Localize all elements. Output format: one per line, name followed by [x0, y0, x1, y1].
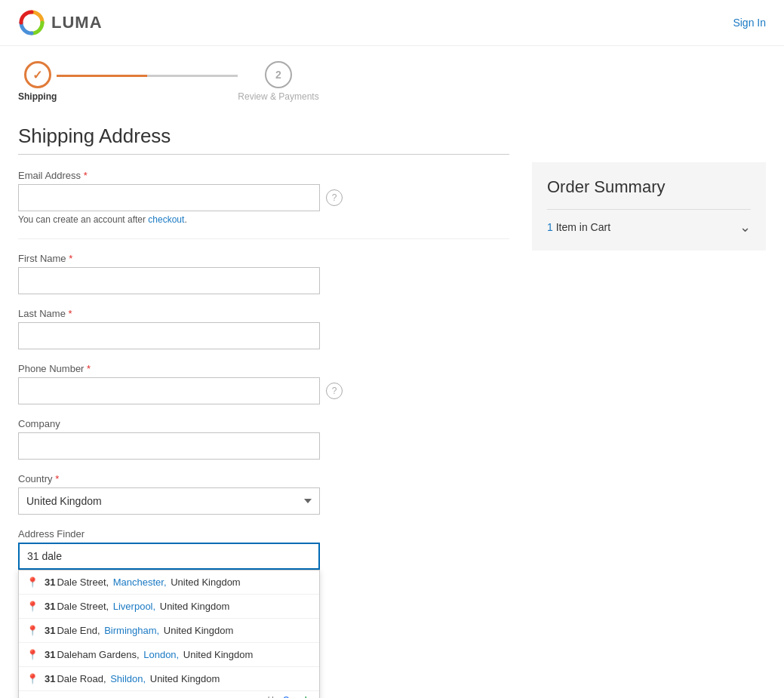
pin-icon-1: 📍	[26, 601, 38, 612]
autocomplete-item-4-text: Dale Road, Shildon, United Kingdom	[57, 673, 220, 684]
phone-group: Phone Number * ?	[18, 363, 509, 404]
progress-connector-empty	[147, 75, 238, 77]
autocomplete-item-0[interactable]: 📍 31 Dale Street, Manchester, United Kin…	[19, 570, 319, 595]
checkmark-icon: ✓	[32, 68, 42, 82]
step-1: ✓ Shipping	[18, 61, 57, 102]
left-panel: Shipping Address Email Address * ? You c…	[18, 109, 509, 698]
step-1-label: Shipping	[18, 91, 57, 102]
address-finder-label: Address Finder	[18, 528, 509, 540]
cart-count: 1	[547, 221, 553, 233]
pin-icon-4: 📍	[26, 673, 38, 684]
step-2: 2 Review & Payments	[238, 61, 318, 102]
company-label: Company	[18, 418, 509, 429]
first-name-required-star: *	[69, 253, 72, 264]
first-name-label: First Name *	[18, 253, 509, 264]
autocomplete-item-0-number: 31	[45, 577, 55, 588]
step-2-circle: 2	[265, 61, 292, 88]
logo: LUMA	[18, 9, 103, 36]
email-label: Email Address *	[18, 170, 509, 181]
title-divider	[18, 154, 509, 155]
shipping-form: Email Address * ? You can create an acco…	[18, 170, 509, 698]
progress-connector-filled	[57, 75, 147, 77]
country-required-star: *	[55, 473, 59, 484]
last-name-input[interactable]	[18, 322, 320, 349]
order-summary-title: Order Summary	[547, 177, 751, 197]
phone-required-star: *	[87, 363, 91, 374]
phone-label: Phone Number *	[18, 363, 509, 374]
pin-icon-2: 📍	[26, 625, 38, 636]
cart-summary-text: 1 Item in Cart	[547, 221, 610, 233]
autocomplete-dropdown: 📍 31 Dale Street, Manchester, United Kin…	[18, 570, 320, 698]
powered-by-text: powered by	[238, 695, 281, 698]
autocomplete-item-0-text: Dale Street, Manchester, United Kingdom	[57, 577, 240, 588]
step-1-circle: ✓	[24, 61, 51, 88]
email-group: Email Address * ? You can create an acco…	[18, 170, 509, 225]
country-group: Country * United Kingdom United States G…	[18, 473, 509, 515]
autocomplete-item-3-text: Daleham Gardens, London, United Kingdom	[57, 649, 253, 660]
phone-input-row: ?	[18, 377, 509, 404]
first-name-group: First Name *	[18, 253, 509, 294]
cart-item-label: Item in Cart	[556, 221, 610, 233]
last-name-label: Last Name *	[18, 308, 509, 319]
autocomplete-item-1[interactable]: 📍 31 Dale Street, Liverpool, United King…	[19, 595, 319, 619]
autocomplete-item-1-text: Dale Street, Liverpool, United Kingdom	[57, 601, 229, 612]
progress-bar: ✓ Shipping 2 Review & Payments	[0, 46, 784, 109]
autocomplete-item-4-number: 31	[45, 673, 55, 684]
autocomplete-item-2-number: 31	[45, 625, 55, 636]
sign-in-link[interactable]: Sign In	[733, 17, 766, 29]
autocomplete-item-4[interactable]: 📍 31 Dale Road, Shildon, United Kingdom	[19, 667, 319, 691]
country-label: Country *	[18, 473, 509, 484]
main-container: Shipping Address Email Address * ? You c…	[0, 109, 784, 698]
email-helper-text: You can create an account after checkout…	[18, 214, 509, 225]
right-panel: Order Summary 1 Item in Cart ⌄	[532, 109, 766, 698]
step-2-label: Review & Payments	[238, 91, 318, 102]
autocomplete-item-3-number: 31	[45, 649, 55, 660]
phone-help-icon[interactable]: ?	[326, 383, 343, 399]
checkout-link[interactable]: checkout	[148, 214, 184, 225]
last-name-group: Last Name *	[18, 308, 509, 349]
address-finder-input[interactable]	[18, 543, 320, 570]
step-2-number: 2	[275, 69, 281, 81]
powered-by: powered by Google	[19, 691, 319, 698]
phone-input[interactable]	[18, 377, 320, 404]
email-required-star: *	[84, 170, 88, 181]
header: LUMA Sign In	[0, 0, 784, 46]
pin-icon-3: 📍	[26, 649, 38, 660]
order-summary-divider	[547, 209, 751, 210]
autocomplete-item-3[interactable]: 📍 31 Daleham Gardens, London, United Kin…	[19, 643, 319, 667]
cart-expand-chevron[interactable]: ⌄	[739, 219, 751, 235]
autocomplete-item-1-number: 31	[45, 601, 55, 612]
email-input[interactable]	[18, 184, 320, 211]
company-input[interactable]	[18, 432, 320, 460]
address-finder-group: Address Finder 📍 31 Dale Street, Manches…	[18, 528, 509, 698]
section-divider-1	[18, 238, 509, 239]
pin-icon-0: 📍	[26, 577, 38, 588]
logo-text: LUMA	[51, 13, 103, 32]
cart-summary-row: 1 Item in Cart ⌄	[547, 219, 751, 235]
email-input-row: ?	[18, 184, 509, 211]
logo-icon	[18, 9, 45, 36]
last-name-required-star: *	[69, 308, 72, 319]
google-logo-text: Google	[283, 695, 312, 698]
page-title: Shipping Address	[18, 125, 509, 148]
autocomplete-item-2[interactable]: 📍 31 Dale End, Birmingham, United Kingdo…	[19, 619, 319, 643]
country-select[interactable]: United Kingdom United States Germany Fra…	[18, 487, 320, 515]
autocomplete-item-2-text: Dale End, Birmingham, United Kingdom	[57, 625, 233, 636]
company-group: Company	[18, 418, 509, 460]
order-summary: Order Summary 1 Item in Cart ⌄	[532, 162, 766, 251]
email-help-icon[interactable]: ?	[326, 189, 343, 206]
first-name-input[interactable]	[18, 267, 320, 294]
